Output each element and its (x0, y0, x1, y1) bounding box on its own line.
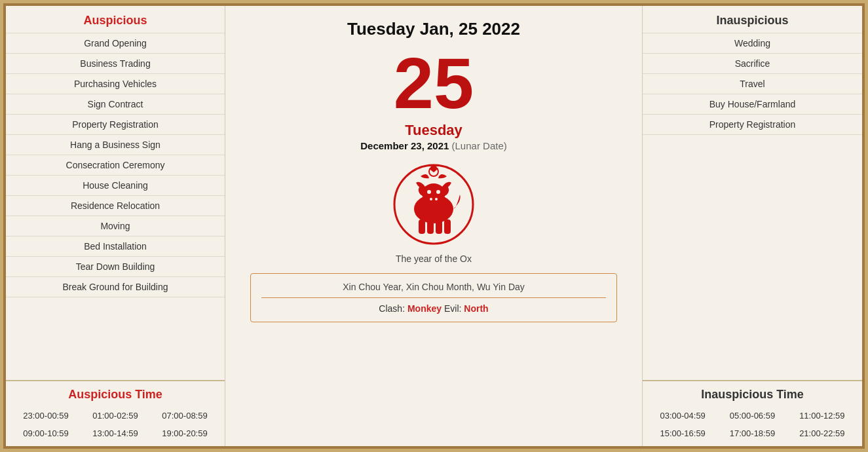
list-item: Wedding (643, 33, 862, 54)
time-cell: 03:00-04:59 (648, 408, 717, 423)
list-item: Sacrifice (643, 54, 862, 74)
time-cell: 23:00-00:59 (11, 408, 81, 423)
inauspicious-time-grid: 03:00-04:5905:00-06:5911:00-12:5915:00-1… (643, 408, 862, 441)
info-divider (261, 297, 606, 298)
list-item: Grand Opening (6, 33, 225, 54)
list-item: Tear Down Building (6, 257, 225, 277)
center-panel: Tuesday Jan, 25 2022 25 Tuesday December… (225, 6, 643, 446)
svg-point-8 (430, 198, 432, 200)
auspicious-time-section: Auspicious Time 23:00-00:5901:00-02:5907… (6, 380, 225, 446)
left-panel: Auspicious Grand OpeningBusiness Trading… (6, 6, 225, 446)
list-item: Sign Contract (6, 94, 225, 115)
evil-label: Evil: (444, 303, 464, 314)
auspicious-time-grid: 23:00-00:5901:00-02:5907:00-08:5909:00-1… (6, 408, 225, 441)
list-item: Travel (643, 74, 862, 94)
list-item: House Cleaning (6, 176, 225, 196)
svg-point-6 (436, 190, 440, 194)
time-cell: 11:00-12:59 (787, 408, 857, 423)
clash-animal: Monkey (407, 303, 442, 314)
list-item: Buy House/Farmland (643, 94, 862, 115)
svg-rect-13 (444, 219, 451, 234)
list-item: Consecration Ceremony (6, 155, 225, 176)
list-item: Residence Relocation (6, 196, 225, 216)
info-box: Xin Chou Year, Xin Chou Month, Wu Yin Da… (250, 273, 617, 322)
inauspicious-time-header: Inauspicious Time (643, 388, 862, 402)
list-item: Hang a Business Sign (6, 135, 225, 155)
time-cell: 17:00-18:59 (717, 426, 787, 441)
inauspicious-time-section: Inauspicious Time 03:00-04:5905:00-06:59… (643, 380, 862, 446)
list-item: Bed Installation (6, 236, 225, 257)
lunar-date-text: December 23, 2021 (360, 140, 449, 151)
svg-point-9 (435, 198, 438, 200)
time-cell: 15:00-16:59 (648, 426, 717, 441)
svg-point-5 (427, 190, 431, 194)
auspicious-list: Grand OpeningBusiness TradingPurchasing … (6, 33, 225, 380)
time-cell: 01:00-02:59 (81, 408, 150, 423)
day-number: 25 (394, 47, 474, 119)
list-item: Moving (6, 216, 225, 236)
time-cell: 21:00-22:59 (787, 426, 857, 441)
lunar-note: (Lunar Date) (452, 140, 507, 151)
date-title: Tuesday Jan, 25 2022 (347, 19, 520, 39)
svg-rect-10 (419, 219, 425, 234)
clash-line: Clash: Monkey Evil: North (261, 303, 606, 314)
auspicious-time-header: Auspicious Time (6, 388, 225, 402)
list-item: Property Registration (643, 115, 862, 135)
time-cell: 09:00-10:59 (11, 426, 81, 441)
list-item: Business Trading (6, 54, 225, 74)
time-cell: 05:00-06:59 (717, 408, 787, 423)
inauspicious-list: WeddingSacrificeTravelBuy House/Farmland… (643, 33, 862, 380)
list-item: Purchasing Vehicles (6, 74, 225, 94)
list-item: Property Registration (6, 115, 225, 135)
inauspicious-header: Inauspicious (643, 6, 862, 33)
zodiac-label: The year of the Ox (396, 254, 472, 264)
evil-direction: North (464, 303, 488, 314)
clash-label: Clash: (379, 303, 405, 314)
day-name: Tuesday (405, 122, 462, 139)
zodiac-image (391, 162, 476, 247)
time-cell: 07:00-08:59 (150, 408, 219, 423)
list-item: Break Ground for Building (6, 277, 225, 297)
right-panel: Inauspicious WeddingSacrificeTravelBuy H… (643, 6, 862, 446)
lunar-date: December 23, 2021 (Lunar Date) (360, 140, 507, 151)
time-cell: 19:00-20:59 (150, 426, 219, 441)
info-line: Xin Chou Year, Xin Chou Month, Wu Yin Da… (261, 282, 606, 292)
svg-rect-11 (427, 219, 434, 234)
time-cell: 13:00-14:59 (81, 426, 150, 441)
svg-rect-12 (436, 219, 442, 234)
auspicious-header: Auspicious (6, 6, 225, 33)
